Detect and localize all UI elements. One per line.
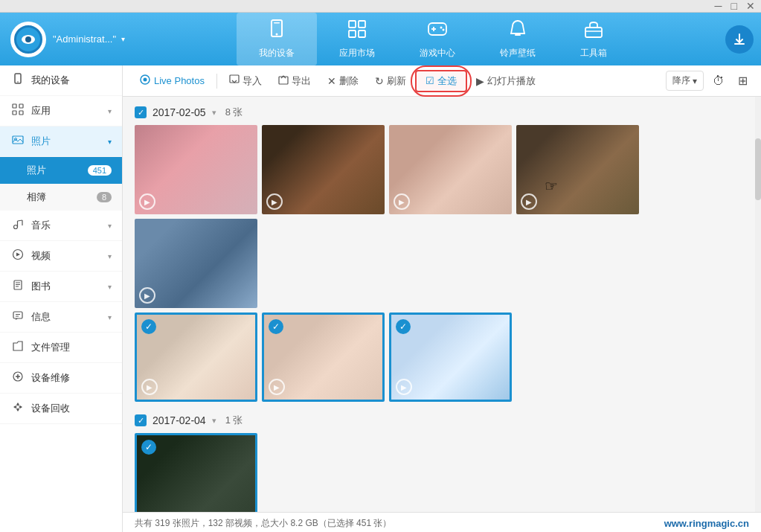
user-label-area[interactable]: "Administrat..." ▾	[53, 33, 125, 45]
books-caret-icon: ▾	[108, 283, 112, 291]
date-group-2: ✓ 2017-02-04 ▾ 1 张 ✓ ▶	[135, 414, 749, 512]
sidebar-music-label: 音乐	[31, 219, 102, 232]
sidebar-item-messages[interactable]: 信息 ▾	[0, 302, 122, 333]
photo-thumb[interactable]: ▶	[135, 125, 257, 214]
play-icon: ▶	[394, 193, 410, 210]
photo-thumb[interactable]: ✓ ▶	[135, 313, 257, 402]
slideshow-label: 幻灯片播放	[487, 74, 536, 88]
photo-thumb[interactable]: ✓ ▶	[262, 313, 385, 402]
sidebar: 我的设备 应用 ▾ 照片 ▾ 照片 451 相	[0, 65, 123, 532]
video-icon	[10, 249, 25, 263]
download-btn[interactable]	[725, 25, 754, 54]
sidebar-item-apps[interactable]: 应用 ▾	[0, 96, 122, 126]
svg-marker-30	[16, 253, 20, 257]
watermark: www.ringmagic.cn	[664, 518, 749, 529]
sidebar-video-label: 视频	[31, 249, 102, 263]
app-window: ─ □ ✕ "Administrat..." ▾ 我的设备	[0, 0, 761, 532]
photo-thumb[interactable]: ▶	[262, 125, 385, 214]
sidebar-sub-item-albums[interactable]: 相簿 8	[0, 184, 122, 211]
status-info: 共有 319 张照片，132 部视频，总大小 8.2 GB（已选择 451 张）	[135, 517, 391, 530]
play-icon: ▶	[266, 193, 283, 210]
photo-grid-area: ✓ 2017-02-05 ▾ 8 张 ▶ ▶ ▶	[123, 97, 761, 512]
date-label-2: 2017-02-04	[152, 414, 206, 426]
play-icon: ▶	[139, 287, 155, 304]
sidebar-sub-albums-badge: 8	[97, 192, 112, 202]
ringtone-icon	[507, 19, 528, 44]
svg-rect-45	[279, 77, 288, 84]
delete-btn[interactable]: ✕ 删除	[320, 71, 366, 91]
scrollbar-thumb[interactable]	[755, 138, 761, 201]
scrollbar-track[interactable]	[755, 97, 761, 512]
photo-row-2: ✓ ▶	[135, 433, 749, 512]
top-nav-item-app-store[interactable]: 应用市场	[317, 13, 397, 65]
svg-point-25	[14, 225, 18, 229]
date-checkbox-2[interactable]: ✓	[135, 414, 147, 426]
export-label: 导出	[292, 74, 311, 88]
top-nav-item-ringtone[interactable]: 铃声壁纸	[478, 13, 558, 65]
sort-label: 降序	[672, 74, 690, 87]
sidebar-item-device-recycle[interactable]: 设备回收	[0, 394, 122, 424]
slideshow-btn[interactable]: ▶ 幻灯片播放	[469, 71, 543, 91]
live-photos-label: Live Photos	[154, 75, 205, 86]
photo-thumb[interactable]: ▶	[135, 219, 257, 308]
toolbar-right: 降序 ▾ ⏱ ⊞	[666, 71, 752, 91]
top-nav-label-app-store: 应用市场	[339, 47, 375, 60]
svg-rect-22	[19, 111, 23, 115]
messages-icon	[10, 310, 25, 324]
sidebar-item-music[interactable]: 音乐 ▾	[0, 211, 122, 241]
refresh-btn[interactable]: ↻ 刷新	[367, 71, 414, 91]
grid-view-icon[interactable]: ⊞	[733, 71, 752, 91]
window-close[interactable]: ✕	[746, 0, 755, 12]
photos-caret-icon: ▾	[108, 138, 112, 146]
photo-thumb[interactable]: ▶	[516, 125, 639, 214]
export-btn[interactable]: 导出	[271, 71, 318, 91]
select-all-check-icon: ☑	[426, 75, 434, 86]
photo-thumb[interactable]: ✓ ▶	[389, 313, 512, 402]
select-all-btn[interactable]: ☑ 全选	[415, 70, 467, 92]
photo-thumb[interactable]: ✓ ▶	[135, 433, 257, 512]
top-nav-item-toolbox[interactable]: 工具箱	[558, 13, 629, 65]
delete-label: 删除	[339, 74, 359, 88]
sidebar-sub-photos-label: 照片	[27, 164, 82, 177]
top-nav-item-my-device[interactable]: 我的设备	[237, 13, 317, 65]
play-icon: ▶	[139, 193, 155, 210]
sort-btn[interactable]: 降序 ▾	[666, 71, 704, 91]
import-btn[interactable]: 导入	[222, 71, 269, 91]
sidebar-item-photos[interactable]: 照片 ▾	[0, 126, 122, 157]
window-restore[interactable]: □	[731, 0, 737, 12]
history-icon[interactable]: ⏱	[708, 71, 729, 91]
game-center-icon	[427, 19, 448, 44]
svg-line-27	[18, 220, 23, 221]
svg-rect-4	[359, 21, 365, 28]
top-bar: "Administrat..." ▾ 我的设备 应用市场 游戏中心	[0, 13, 761, 65]
date-checkbox-1[interactable]: ✓	[135, 106, 147, 118]
sidebar-item-my-device[interactable]: 我的设备	[0, 65, 122, 96]
play-icon: ▶	[269, 379, 285, 395]
select-all-label: 全选	[437, 74, 457, 88]
sidebar-item-books[interactable]: 图书 ▾	[0, 272, 122, 302]
photo-thumb[interactable]: ▶	[389, 125, 512, 214]
sidebar-item-video[interactable]: 视频 ▾	[0, 241, 122, 272]
sidebar-item-device-repair[interactable]: 设备维修	[0, 363, 122, 394]
sidebar-sub-item-photos[interactable]: 照片 451	[0, 157, 122, 184]
status-bar: 共有 319 张照片，132 部视频，总大小 8.2 GB（已选择 451 张）…	[123, 512, 761, 532]
photos-icon	[10, 134, 25, 149]
svg-rect-20	[19, 104, 23, 108]
sidebar-item-files[interactable]: 文件管理	[0, 333, 122, 363]
import-label: 导入	[243, 74, 262, 88]
window-minimize[interactable]: ─	[715, 0, 722, 12]
delete-icon: ✕	[327, 75, 336, 87]
live-photos-btn[interactable]: Live Photos	[132, 71, 212, 91]
svg-rect-21	[13, 111, 16, 115]
date-caret-1[interactable]: ▾	[212, 108, 216, 118]
svg-point-10	[440, 27, 442, 29]
svg-rect-44	[230, 75, 239, 83]
sidebar-sub-photos-badge: 451	[88, 165, 112, 176]
top-nav-label-toolbox: 工具箱	[580, 47, 607, 60]
date-caret-2[interactable]: ▾	[212, 416, 216, 426]
svg-point-43	[144, 78, 147, 82]
toolbox-icon	[583, 19, 604, 44]
top-nav-item-game-center[interactable]: 游戏中心	[397, 13, 478, 65]
music-icon	[10, 218, 25, 233]
sidebar-sub-albums-label: 相簿	[27, 190, 91, 204]
